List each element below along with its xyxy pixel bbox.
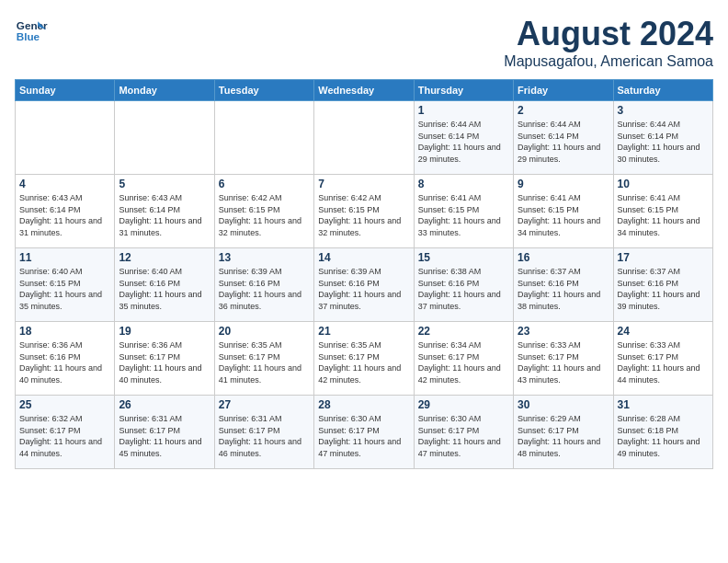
day-info: Sunrise: 6:30 AM Sunset: 6:17 PM Dayligh… <box>318 413 409 459</box>
day-info: Sunrise: 6:41 AM Sunset: 6:15 PM Dayligh… <box>618 192 709 238</box>
day-number: 6 <box>219 178 310 190</box>
header: General Blue August 2024 Mapusagafou, Am… <box>15 15 713 70</box>
calendar-cell: 27Sunrise: 6:31 AM Sunset: 6:17 PM Dayli… <box>214 396 313 469</box>
calendar-cell <box>16 101 115 175</box>
calendar-cell: 21Sunrise: 6:35 AM Sunset: 6:17 PM Dayli… <box>314 322 414 396</box>
calendar-cell <box>115 101 214 175</box>
day-info: Sunrise: 6:43 AM Sunset: 6:14 PM Dayligh… <box>19 192 110 238</box>
day-info: Sunrise: 6:33 AM Sunset: 6:17 PM Dayligh… <box>518 339 609 385</box>
day-info: Sunrise: 6:41 AM Sunset: 6:15 PM Dayligh… <box>418 192 509 238</box>
day-info: Sunrise: 6:38 AM Sunset: 6:16 PM Dayligh… <box>418 266 509 312</box>
calendar-cell <box>314 101 414 175</box>
day-number: 28 <box>318 398 409 411</box>
calendar-cell: 3Sunrise: 6:44 AM Sunset: 6:14 PM Daylig… <box>613 101 712 175</box>
calendar-cell: 22Sunrise: 6:34 AM Sunset: 6:17 PM Dayli… <box>414 322 513 396</box>
day-info: Sunrise: 6:28 AM Sunset: 6:18 PM Dayligh… <box>618 413 709 459</box>
day-info: Sunrise: 6:34 AM Sunset: 6:17 PM Dayligh… <box>418 339 509 385</box>
day-info: Sunrise: 6:33 AM Sunset: 6:17 PM Dayligh… <box>618 339 709 385</box>
calendar-week-row: 1Sunrise: 6:44 AM Sunset: 6:14 PM Daylig… <box>16 101 713 175</box>
location-title: Mapusagafou, American Samoa <box>504 53 713 70</box>
logo-icon: General Blue <box>15 15 48 48</box>
day-info: Sunrise: 6:35 AM Sunset: 6:17 PM Dayligh… <box>219 339 310 385</box>
calendar-cell: 25Sunrise: 6:32 AM Sunset: 6:17 PM Dayli… <box>16 396 115 469</box>
title-area: August 2024 Mapusagafou, American Samoa <box>504 15 713 70</box>
day-info: Sunrise: 6:31 AM Sunset: 6:17 PM Dayligh… <box>219 413 310 459</box>
day-info: Sunrise: 6:31 AM Sunset: 6:17 PM Dayligh… <box>119 413 210 459</box>
svg-text:Blue: Blue <box>17 30 40 42</box>
calendar-cell: 7Sunrise: 6:42 AM Sunset: 6:15 PM Daylig… <box>314 175 414 248</box>
weekday-header-cell: Friday <box>514 80 613 101</box>
calendar-cell: 15Sunrise: 6:38 AM Sunset: 6:16 PM Dayli… <box>414 248 513 322</box>
calendar-cell: 1Sunrise: 6:44 AM Sunset: 6:14 PM Daylig… <box>414 101 513 175</box>
calendar-cell: 16Sunrise: 6:37 AM Sunset: 6:16 PM Dayli… <box>514 248 613 322</box>
day-info: Sunrise: 6:29 AM Sunset: 6:17 PM Dayligh… <box>518 413 609 459</box>
day-number: 10 <box>618 178 709 190</box>
logo: General Blue <box>15 15 48 48</box>
calendar-cell: 10Sunrise: 6:41 AM Sunset: 6:15 PM Dayli… <box>613 175 712 248</box>
calendar-cell: 29Sunrise: 6:30 AM Sunset: 6:17 PM Dayli… <box>414 396 513 469</box>
day-number: 26 <box>119 398 210 411</box>
weekday-header-cell: Wednesday <box>314 80 414 101</box>
day-info: Sunrise: 6:44 AM Sunset: 6:14 PM Dayligh… <box>618 119 709 165</box>
day-info: Sunrise: 6:44 AM Sunset: 6:14 PM Dayligh… <box>418 119 509 165</box>
day-number: 7 <box>318 178 409 190</box>
day-info: Sunrise: 6:32 AM Sunset: 6:17 PM Dayligh… <box>19 413 110 459</box>
day-number: 20 <box>219 325 310 338</box>
day-info: Sunrise: 6:42 AM Sunset: 6:15 PM Dayligh… <box>219 192 310 238</box>
day-info: Sunrise: 6:40 AM Sunset: 6:15 PM Dayligh… <box>19 266 110 312</box>
day-info: Sunrise: 6:39 AM Sunset: 6:16 PM Dayligh… <box>318 266 409 312</box>
calendar-cell: 26Sunrise: 6:31 AM Sunset: 6:17 PM Dayli… <box>115 396 214 469</box>
calendar-cell <box>214 101 313 175</box>
calendar-cell: 28Sunrise: 6:30 AM Sunset: 6:17 PM Dayli… <box>314 396 414 469</box>
day-number: 1 <box>418 104 509 117</box>
day-number: 4 <box>19 178 110 190</box>
weekday-header-cell: Tuesday <box>214 80 313 101</box>
day-number: 27 <box>219 398 310 411</box>
weekday-header-cell: Monday <box>115 80 214 101</box>
day-info: Sunrise: 6:41 AM Sunset: 6:15 PM Dayligh… <box>518 192 609 238</box>
day-number: 18 <box>19 325 110 338</box>
calendar-week-row: 25Sunrise: 6:32 AM Sunset: 6:17 PM Dayli… <box>16 396 713 469</box>
day-info: Sunrise: 6:37 AM Sunset: 6:16 PM Dayligh… <box>618 266 709 312</box>
calendar-cell: 13Sunrise: 6:39 AM Sunset: 6:16 PM Dayli… <box>214 248 313 322</box>
day-number: 13 <box>219 251 310 264</box>
day-info: Sunrise: 6:39 AM Sunset: 6:16 PM Dayligh… <box>219 266 310 312</box>
weekday-header-row: SundayMondayTuesdayWednesdayThursdayFrid… <box>16 80 713 101</box>
calendar-cell: 20Sunrise: 6:35 AM Sunset: 6:17 PM Dayli… <box>214 322 313 396</box>
day-info: Sunrise: 6:43 AM Sunset: 6:14 PM Dayligh… <box>119 192 210 238</box>
day-number: 21 <box>318 325 409 338</box>
day-number: 31 <box>618 398 709 411</box>
day-number: 9 <box>518 178 609 190</box>
day-number: 23 <box>518 325 609 338</box>
calendar-cell: 17Sunrise: 6:37 AM Sunset: 6:16 PM Dayli… <box>613 248 712 322</box>
day-number: 11 <box>19 251 110 264</box>
day-info: Sunrise: 6:35 AM Sunset: 6:17 PM Dayligh… <box>318 339 409 385</box>
day-number: 14 <box>318 251 409 264</box>
day-number: 19 <box>119 325 210 338</box>
calendar-cell: 19Sunrise: 6:36 AM Sunset: 6:17 PM Dayli… <box>115 322 214 396</box>
calendar-cell: 8Sunrise: 6:41 AM Sunset: 6:15 PM Daylig… <box>414 175 513 248</box>
calendar-week-row: 4Sunrise: 6:43 AM Sunset: 6:14 PM Daylig… <box>16 175 713 248</box>
calendar-cell: 12Sunrise: 6:40 AM Sunset: 6:16 PM Dayli… <box>115 248 214 322</box>
calendar-table: SundayMondayTuesdayWednesdayThursdayFrid… <box>15 79 713 469</box>
day-number: 5 <box>119 178 210 190</box>
day-number: 12 <box>119 251 210 264</box>
day-info: Sunrise: 6:30 AM Sunset: 6:17 PM Dayligh… <box>418 413 509 459</box>
calendar-cell: 18Sunrise: 6:36 AM Sunset: 6:16 PM Dayli… <box>16 322 115 396</box>
calendar-cell: 30Sunrise: 6:29 AM Sunset: 6:17 PM Dayli… <box>514 396 613 469</box>
month-title: August 2024 <box>504 15 713 53</box>
day-number: 25 <box>19 398 110 411</box>
calendar-cell: 9Sunrise: 6:41 AM Sunset: 6:15 PM Daylig… <box>514 175 613 248</box>
calendar-cell: 31Sunrise: 6:28 AM Sunset: 6:18 PM Dayli… <box>613 396 712 469</box>
calendar-cell: 24Sunrise: 6:33 AM Sunset: 6:17 PM Dayli… <box>613 322 712 396</box>
weekday-header-cell: Sunday <box>16 80 115 101</box>
calendar-cell: 2Sunrise: 6:44 AM Sunset: 6:14 PM Daylig… <box>514 101 613 175</box>
day-number: 22 <box>418 325 509 338</box>
weekday-header-cell: Saturday <box>613 80 712 101</box>
day-number: 17 <box>618 251 709 264</box>
day-number: 8 <box>418 178 509 190</box>
day-info: Sunrise: 6:44 AM Sunset: 6:14 PM Dayligh… <box>518 119 609 165</box>
day-info: Sunrise: 6:37 AM Sunset: 6:16 PM Dayligh… <box>518 266 609 312</box>
day-info: Sunrise: 6:36 AM Sunset: 6:17 PM Dayligh… <box>119 339 210 385</box>
day-number: 15 <box>418 251 509 264</box>
